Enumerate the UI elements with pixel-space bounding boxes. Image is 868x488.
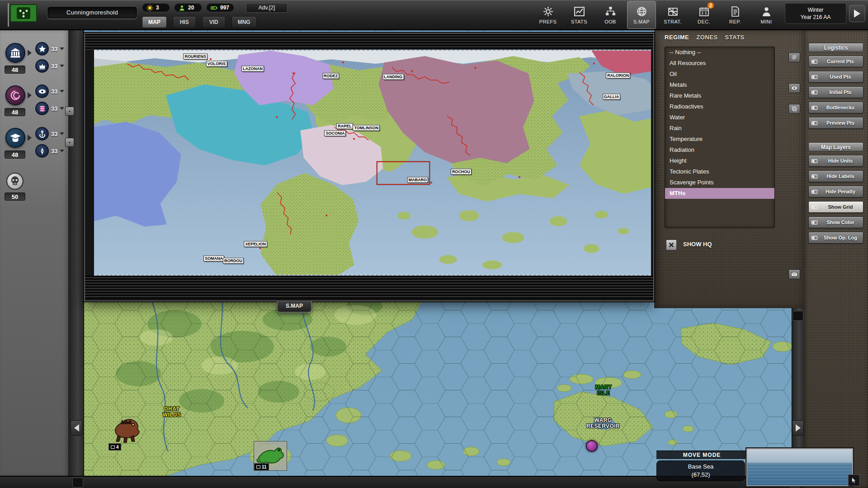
- menu-button-prefs[interactable]: PREFS: [533, 1, 562, 29]
- layer-item-rare-metals[interactable]: Rare Metals: [665, 90, 774, 101]
- layer-item-radiation[interactable]: Radiation: [665, 145, 774, 155]
- show-op-log-button[interactable]: Show Op. Log: [808, 232, 863, 244]
- city-label-soconia[interactable]: SOCONIA: [324, 130, 346, 136]
- star-icon[interactable]: [35, 42, 49, 56]
- preview-pts-button[interactable]: Preview Pts: [808, 117, 863, 129]
- hide-units-button[interactable]: Hide Units: [808, 155, 863, 167]
- current-pts-button[interactable]: Current Pts: [808, 56, 863, 67]
- view-tab-map[interactable]: MAP: [142, 16, 167, 28]
- game-root: DHATWILDS MARTISLE WARGRESERVOIR 4: [0, 0, 868, 488]
- strategic-map[interactable]: ROURIENSVOLORISLAZONANRODEZLANDINGRALORI…: [94, 50, 651, 276]
- menu-button-strat[interactable]: STRAT.: [658, 1, 687, 29]
- view-tab-mng[interactable]: MNG: [231, 16, 257, 28]
- panel-tab-zones[interactable]: ZONES: [696, 34, 717, 41]
- layer-item-metals[interactable]: Metals: [665, 80, 774, 90]
- city-label-bordou[interactable]: BORDOU: [223, 258, 244, 263]
- city-label-somana[interactable]: SOMANA: [203, 255, 224, 261]
- section-header-map-layers[interactable]: Map Layers: [808, 142, 863, 151]
- expand-arrow-icon[interactable]: [28, 50, 32, 56]
- city-label-rapel[interactable]: RAPEL: [336, 123, 353, 129]
- hide-labels-button[interactable]: Hide Labels: [808, 170, 863, 182]
- city-label-rodez[interactable]: RODEZ: [322, 73, 340, 79]
- bottlenecks-button[interactable]: Bottlenecks: [808, 102, 863, 113]
- panel-tab-stats[interactable]: STATS: [725, 34, 745, 41]
- sidebar-mini-button-2[interactable]: •: [65, 138, 74, 147]
- layers-button[interactable]: [788, 104, 800, 114]
- layer-item-height[interactable]: Height: [665, 155, 774, 166]
- used-pts-button[interactable]: Used Pts: [808, 71, 863, 83]
- unit-beast[interactable]: 4: [108, 416, 144, 450]
- stat-value: 48: [5, 108, 25, 116]
- faction-name-plate[interactable]: Cunningmoreshold: [47, 6, 137, 19]
- layer-item-radioactives[interactable]: Radioactives: [665, 101, 774, 112]
- gear-icon: [542, 6, 554, 17]
- advisor-button[interactable]: Adv.[2]: [246, 3, 288, 13]
- layer-item-rain[interactable]: Rain: [665, 123, 774, 134]
- menu-button-s-map[interactable]: S.MAP: [627, 1, 656, 29]
- menu-button-mini[interactable]: MINI: [752, 1, 781, 29]
- cursor-mode-button[interactable]: [848, 474, 860, 486]
- city-label-rouriens[interactable]: ROURIENS: [183, 54, 208, 60]
- city-label-voloris[interactable]: VOLORIS: [206, 61, 227, 67]
- section-header-logistics[interactable]: Logistics: [808, 43, 863, 52]
- menu-button-dec[interactable]: DEC.2: [689, 1, 718, 29]
- scroll-corner-button-left[interactable]: [72, 478, 83, 488]
- smap-window-tab[interactable]: S.MAP: [277, 301, 312, 313]
- layer-item-temperature[interactable]: Temperature: [665, 134, 774, 145]
- scroll-left-button[interactable]: [71, 420, 82, 436]
- menu-button-rep[interactable]: REP.: [721, 1, 750, 29]
- layer-item-tectonic-plates[interactable]: Tectonic Plates: [665, 166, 774, 177]
- end-turn-button[interactable]: [849, 5, 865, 22]
- show-grid-button[interactable]: Show Grid: [808, 201, 863, 213]
- tokens-icon[interactable]: [35, 102, 49, 115]
- panel-tab-regime[interactable]: REGIME: [665, 34, 689, 41]
- city-label-xepelion[interactable]: XEPELION: [244, 241, 268, 247]
- scroll-track-button[interactable]: [793, 311, 803, 321]
- eye-icon[interactable]: [35, 84, 49, 98]
- layer-item-mths[interactable]: MTHs: [665, 188, 774, 199]
- psyche-icon[interactable]: [5, 85, 25, 105]
- government-icon[interactable]: [5, 43, 25, 63]
- pen-icon[interactable]: [35, 144, 49, 158]
- visibility-button[interactable]: [788, 83, 800, 93]
- unit-lizard[interactable]: 11: [254, 441, 287, 471]
- knowledge-icon[interactable]: [5, 128, 25, 148]
- menu-button-label: PREFS: [539, 19, 557, 24]
- expand-arrow-icon[interactable]: [28, 92, 32, 99]
- faction-flag[interactable]: [6, 2, 41, 28]
- expand-arrow-icon[interactable]: [28, 135, 32, 141]
- city-label-ralorion[interactable]: RALORION: [606, 72, 630, 78]
- view-tab-vid[interactable]: VID: [202, 16, 226, 28]
- sidebar-mini-button-1[interactable]: •: [65, 107, 74, 116]
- hide-penalty-button[interactable]: Hide Penalty: [808, 186, 863, 197]
- layer-item-all-resources[interactable]: All Resources: [665, 58, 774, 69]
- city-label-gallia[interactable]: GALLIA: [603, 94, 621, 99]
- mode-indicator: MOVE MODE: [656, 450, 747, 459]
- crown-icon[interactable]: [35, 59, 49, 73]
- menu-buttons: PREFSSTATSOOBS.MAPSTRAT.DEC.2REP.MINI: [533, 1, 781, 29]
- menu-button-stats[interactable]: STATS: [565, 1, 594, 29]
- messages-button[interactable]: [788, 269, 800, 279]
- layer-item-scavenge-points[interactable]: Scavenge Points: [665, 177, 774, 188]
- viewport-selection-box[interactable]: [377, 161, 430, 185]
- menu-button-oob[interactable]: OOB: [596, 1, 625, 29]
- city-label-rochou[interactable]: ROCHOU: [451, 169, 472, 175]
- show-hq-checkbox[interactable]: [665, 239, 677, 251]
- layer-item-nothing[interactable]: -- Nothing --: [665, 47, 774, 58]
- anchor-icon[interactable]: [35, 127, 49, 141]
- layer-item-water[interactable]: Water: [665, 112, 774, 123]
- city-label-lazonan[interactable]: LAZONAN: [241, 66, 264, 71]
- view-tab-his[interactable]: HIS: [173, 16, 196, 28]
- hex-preview-window[interactable]: [746, 448, 853, 486]
- city-label-landing[interactable]: LANDING: [382, 74, 404, 80]
- map-layer-list: -- Nothing --All ResourcesOilMetalsRare …: [665, 47, 775, 228]
- list-view-button[interactable]: [788, 52, 800, 62]
- scroll-right-button[interactable]: [792, 420, 804, 436]
- mth-marker[interactable]: [586, 440, 598, 452]
- show-color-button[interactable]: Show Color: [808, 216, 863, 228]
- skull-icon[interactable]: [6, 173, 24, 190]
- city-label-tomlinson[interactable]: TOMLINSON: [353, 125, 380, 131]
- initial-pts-button[interactable]: Initial Pts: [808, 86, 863, 98]
- layer-item-oil[interactable]: Oil: [665, 69, 774, 80]
- menu-button-label: DEC.: [698, 19, 710, 24]
